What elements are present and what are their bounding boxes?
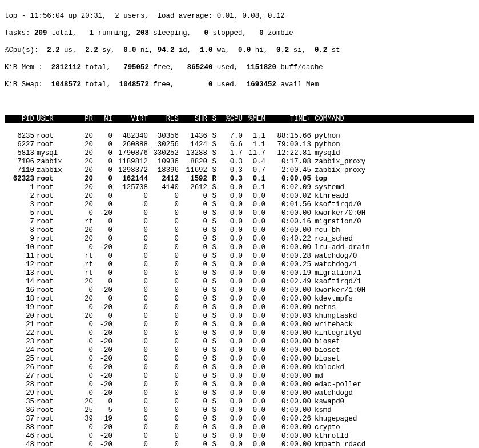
cell-user: root — [34, 355, 74, 363]
cell-time: 0:00.00 — [265, 321, 311, 329]
cell-ni: -20 — [93, 209, 112, 218]
cell-pr: 20 — [74, 192, 93, 201]
cell-mem: 0.0 — [243, 269, 265, 278]
cell-pid: 26 — [5, 363, 34, 372]
cell-virt: 0 — [112, 363, 148, 372]
cell-cmd: watchdogd — [311, 389, 474, 398]
cell-mem: 0.0 — [243, 432, 265, 441]
cell-mem: 0.0 — [243, 243, 265, 252]
cell-user: root — [34, 209, 74, 218]
process-row: 6227root200260888302561424S6.61.179:00.1… — [5, 141, 474, 149]
cell-virt: 0 — [112, 406, 148, 415]
cell-cpu: 0.0 — [218, 432, 243, 441]
cell-pr: 20 — [74, 158, 93, 166]
cell-time: 0:00.00 — [265, 338, 311, 346]
cell-time: 0:02.49 — [265, 278, 311, 286]
cell-cpu: 0.0 — [218, 261, 243, 269]
cell-cpu: 0.3 — [218, 166, 243, 175]
cell-pr: 0 — [74, 329, 93, 338]
cell-cmd: bioset — [311, 346, 474, 355]
cell-time: 0:00.00 — [265, 226, 311, 235]
cell-res: 0 — [148, 312, 179, 321]
cell-res: 330252 — [148, 149, 179, 158]
cell-shr: 0 — [179, 235, 207, 243]
cell-s: S — [207, 346, 218, 355]
cell-ni: 0 — [93, 183, 112, 192]
cell-pr: 0 — [74, 286, 93, 295]
col-pr: PR — [74, 115, 93, 123]
cell-ni: 0 — [93, 226, 112, 235]
cell-time: 0:02.09 — [265, 183, 311, 192]
cell-user: root — [34, 441, 74, 448]
cell-shr: 0 — [179, 338, 207, 346]
cell-virt: 0 — [112, 261, 148, 269]
cell-user: root — [34, 303, 74, 312]
cell-cmd: ksmd — [311, 406, 474, 415]
cell-user: root — [34, 243, 74, 252]
cell-mem: 0.0 — [243, 372, 265, 381]
process-row: 11rootrt0000S0.00.00:00.28watchdog/0 — [5, 252, 474, 261]
summary-line-1: top - 11:56:04 up 20:31, 2 users, load a… — [5, 12, 474, 21]
cell-s: R — [207, 175, 218, 183]
cell-shr: 8820 — [179, 158, 207, 166]
process-row: 38root0-20000S0.00.00:00.00crypto — [5, 423, 474, 432]
cell-res: 10936 — [148, 158, 179, 166]
cell-ni: 0 — [93, 269, 112, 278]
cell-cmd: top — [311, 175, 474, 183]
cell-virt: 0 — [112, 209, 148, 218]
cell-ni: -20 — [93, 329, 112, 338]
cell-res: 0 — [148, 192, 179, 201]
cell-user: root — [34, 398, 74, 406]
cell-user: root — [34, 381, 74, 389]
process-row: 25root0-20000S0.00.00:00.00bioset — [5, 355, 474, 363]
cell-virt: 125708 — [112, 183, 148, 192]
cell-user: mysql — [34, 149, 74, 158]
cell-s: S — [207, 372, 218, 381]
cell-pr: rt — [74, 269, 93, 278]
cell-time: 79:00.13 — [265, 141, 311, 149]
cell-pid: 1 — [5, 183, 34, 192]
cell-pid: 6227 — [5, 141, 34, 149]
cell-pid: 14 — [5, 278, 34, 286]
cell-user: root — [34, 329, 74, 338]
cell-cpu: 7.0 — [218, 132, 243, 141]
cell-shr: 0 — [179, 192, 207, 201]
cell-user: root — [34, 226, 74, 235]
cell-s: S — [207, 321, 218, 329]
col-cmd: COMMAND — [311, 115, 474, 123]
cell-user: root — [34, 269, 74, 278]
cell-mem: 0.4 — [243, 158, 265, 166]
cell-res: 2412 — [148, 175, 179, 183]
cell-res: 0 — [148, 415, 179, 423]
cell-shr: 0 — [179, 321, 207, 329]
cell-pr: 20 — [74, 398, 93, 406]
cell-s: S — [207, 132, 218, 141]
process-row: 12rootrt0000S0.00.00:00.25watchdog/1 — [5, 261, 474, 269]
cell-cpu: 0.0 — [218, 278, 243, 286]
cell-cpu: 0.3 — [218, 158, 243, 166]
cell-user: root — [34, 415, 74, 423]
process-row: 2root200000S0.00.00:00.02kthreadd — [5, 192, 474, 201]
cell-shr: 0 — [179, 363, 207, 372]
col-pid: PID — [5, 115, 34, 123]
cell-res: 0 — [148, 243, 179, 252]
cell-mem: 0.0 — [243, 209, 265, 218]
cell-virt: 0 — [112, 423, 148, 432]
process-row: 14root200000S0.00.00:02.49ksoftirqd/1 — [5, 278, 474, 286]
process-row: 9root200000S0.00.00:40.22rcu_sched — [5, 235, 474, 243]
cell-cmd: bioset — [311, 355, 474, 363]
cell-ni: -20 — [93, 432, 112, 441]
cell-pid: 3 — [5, 201, 34, 209]
cell-ni: 0 — [93, 218, 112, 226]
cell-res: 0 — [148, 329, 179, 338]
cell-res: 0 — [148, 381, 179, 389]
cell-mem: 0.0 — [243, 355, 265, 363]
cell-cpu: 0.0 — [218, 355, 243, 363]
cell-pr: 0 — [74, 363, 93, 372]
process-row: 13rootrt0000S0.00.00:00.19migration/1 — [5, 269, 474, 278]
cell-s: S — [207, 389, 218, 398]
cell-s: S — [207, 141, 218, 149]
cell-cmd: crypto — [311, 423, 474, 432]
cell-pr: 0 — [74, 441, 93, 448]
process-row: 37root3919000S0.00.00:00.26khugepaged — [5, 415, 474, 423]
